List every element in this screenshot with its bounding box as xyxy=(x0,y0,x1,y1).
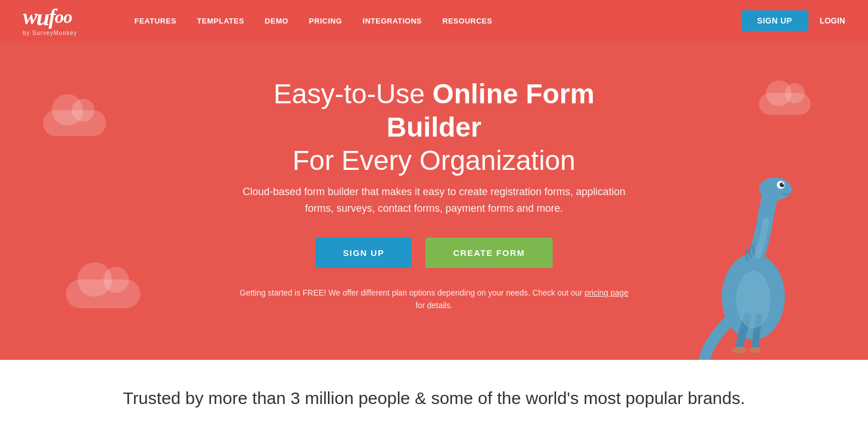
nav-demo[interactable]: DEMO xyxy=(265,17,288,25)
nav-resources[interactable]: RESOURCES xyxy=(443,17,492,25)
nav-right: SIGN UP LOGIN xyxy=(741,10,845,31)
trusted-title: Trusted by more than 3 million people & … xyxy=(23,389,845,408)
svg-point-7 xyxy=(749,347,761,353)
hero-title: Easy-to-Use Online Form Builder For Ever… xyxy=(239,77,629,177)
hero-content: Easy-to-Use Online Form Builder For Ever… xyxy=(239,77,629,312)
cloud-1 xyxy=(43,110,106,136)
nav-login-link[interactable]: LOGIN xyxy=(820,16,845,25)
dinosaur-illustration xyxy=(696,165,822,360)
hero-title-line2: For Every Organization xyxy=(292,145,576,176)
hero-note-text: Getting started is FREE! We offer differ… xyxy=(240,288,585,297)
logo[interactable]: wufoo by SurveyMonkey xyxy=(23,5,77,36)
nav-templates[interactable]: TEMPLATES xyxy=(197,17,244,25)
hero-note: Getting started is FREE! We offer differ… xyxy=(239,286,629,312)
hero-subtitle: Cloud-based form builder that makes it e… xyxy=(239,184,629,217)
cloud-2 xyxy=(66,280,140,308)
nav-signup-button[interactable]: SIGN UP xyxy=(741,10,808,31)
hero-buttons: SIGN UP CREATE FORM xyxy=(239,238,629,268)
hero-create-form-button[interactable]: CREATE FORM xyxy=(425,238,552,268)
hero-title-start: Easy-to-Use xyxy=(273,79,432,109)
nav-pricing[interactable]: PRICING xyxy=(309,17,342,25)
hero-signup-button[interactable]: SIGN UP xyxy=(315,238,412,268)
svg-point-6 xyxy=(732,347,746,354)
bottom-section: Trusted by more than 3 million people & … xyxy=(0,360,868,425)
nav-left: wufoo by SurveyMonkey FEATURES TEMPLATES… xyxy=(23,0,515,41)
logo-sub: by SurveyMonkey xyxy=(23,30,77,36)
cloud-3 xyxy=(759,93,811,115)
hero-note-end: for details. xyxy=(416,301,453,310)
nav-integrations[interactable]: INTEGRATIONS xyxy=(363,17,422,25)
logo-text: wufoo xyxy=(23,5,72,29)
nav-links: FEATURES TEMPLATES DEMO PRICING INTEGRAT… xyxy=(111,0,515,41)
hero-pricing-link[interactable]: pricing page xyxy=(585,288,628,297)
svg-point-4 xyxy=(783,183,784,185)
navbar: wufoo by SurveyMonkey FEATURES TEMPLATES… xyxy=(0,0,868,41)
svg-point-8 xyxy=(736,271,771,328)
hero-section: Easy-to-Use Online Form Builder For Ever… xyxy=(0,41,868,360)
nav-features[interactable]: FEATURES xyxy=(134,17,176,25)
svg-point-5 xyxy=(783,187,792,193)
